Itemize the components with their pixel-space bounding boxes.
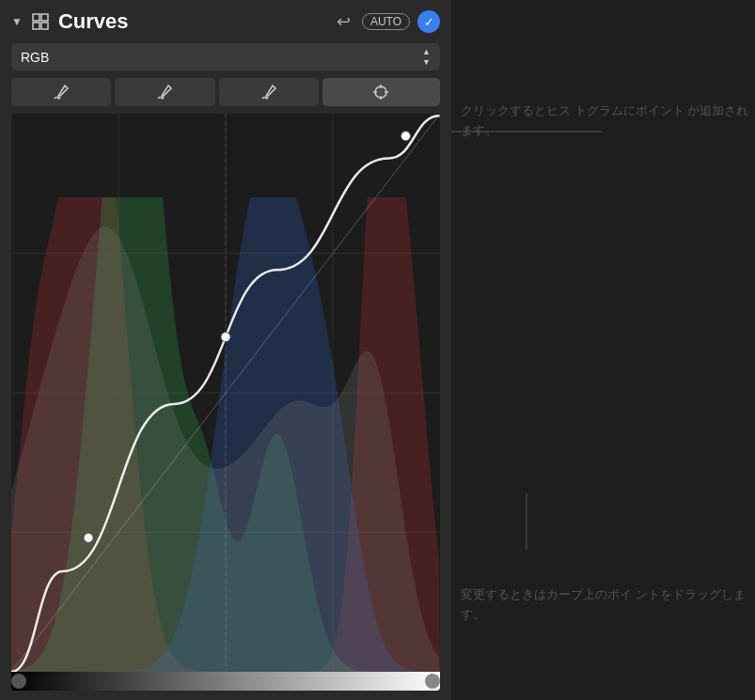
tool-row	[11, 78, 440, 106]
target-button[interactable]	[322, 78, 440, 106]
confirm-button[interactable]: ✓	[417, 10, 440, 33]
curves-chart[interactable]	[11, 114, 440, 691]
bottom-annotation-label: 変更するときはカーブ上のポイ ントをドラッグします。	[461, 587, 746, 621]
header-row: ▼ Curves ↩ AUTO ✓	[11, 9, 440, 34]
svg-line-5	[158, 97, 160, 99]
eyedropper-light-icon	[260, 84, 277, 101]
channel-selector[interactable]: RGB ▲ ▼	[11, 43, 440, 70]
curves-panel: ▼ Curves ↩ AUTO ✓ RGB ▲ ▼	[0, 0, 451, 700]
top-annotation-label: クリックするとヒス トグラムにポイント が追加されます。	[461, 103, 748, 137]
eyedropper-mid-button[interactable]	[115, 78, 214, 106]
svg-rect-3	[41, 23, 48, 29]
channel-arrows-icon: ▲ ▼	[422, 47, 431, 67]
eyedropper-light-button[interactable]	[219, 78, 319, 106]
auto-button[interactable]: AUTO	[362, 13, 410, 30]
top-annotation-text: クリックするとヒス トグラムにポイント が追加されます。	[461, 101, 755, 141]
undo-button[interactable]: ↩	[333, 9, 354, 34]
main-container: ▼ Curves ↩ AUTO ✓ RGB ▲ ▼	[0, 0, 755, 700]
curves-canvas	[11, 114, 440, 691]
bottom-callout-line	[451, 493, 639, 550]
grid-icon	[30, 11, 51, 32]
channel-label: RGB	[21, 50, 49, 65]
bottom-annotation-text: 変更するときはカーブ上のポイ ントをドラッグします。	[461, 585, 755, 625]
panel-title: Curves	[58, 9, 325, 34]
svg-line-4	[55, 97, 56, 99]
eyedropper-mid-icon	[156, 84, 173, 101]
target-icon	[372, 84, 389, 101]
eyedropper-dark-icon	[53, 84, 70, 101]
eyedropper-dark-button[interactable]	[11, 78, 111, 106]
annotation-area: クリックするとヒス トグラムにポイント が追加されます。 変更するときはカーブ上…	[451, 0, 755, 700]
svg-rect-1	[41, 14, 48, 21]
svg-rect-2	[33, 23, 39, 29]
svg-rect-0	[33, 14, 39, 21]
svg-line-6	[262, 97, 264, 99]
collapse-arrow[interactable]: ▼	[11, 15, 23, 28]
check-icon: ✓	[424, 15, 434, 29]
